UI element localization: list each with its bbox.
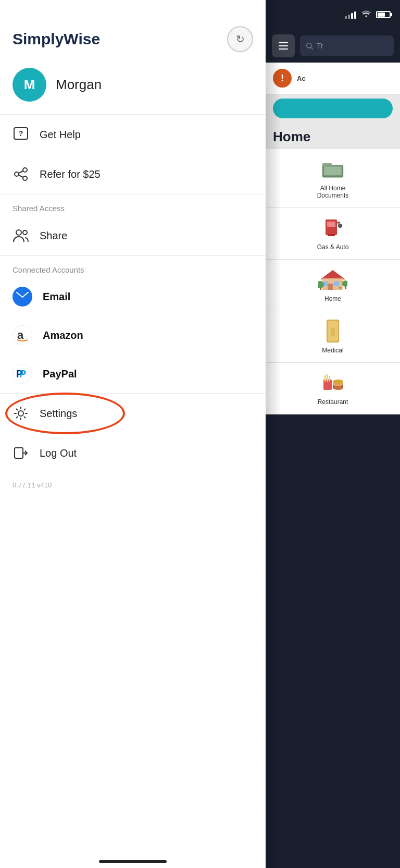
category-item-medical[interactable]: Medical [266,311,400,363]
svg-point-38 [23,176,27,180]
account-item-email[interactable]: Email [0,277,266,316]
medical-icon [321,320,344,343]
avatar: M [12,68,46,102]
svg-point-37 [15,172,19,176]
folder-icon [321,157,344,180]
svg-rect-24 [331,328,335,336]
svg-rect-5 [324,166,342,175]
gear-icon [12,405,29,422]
menu-item-settings[interactable]: Settings [0,394,266,433]
category-item-all-home[interactable]: All HomeDocuments [266,149,400,208]
email-icon [12,287,32,307]
menu-item-refer[interactable]: Refer for $25 [0,154,266,194]
help-icon: ? [12,126,29,143]
menu-item-share[interactable]: Share [0,216,266,255]
refresh-button[interactable]: ↻ [227,26,253,52]
share-label: Share [40,230,67,242]
user-row: M Morgan [0,63,266,114]
amazon-label: Amazon [43,329,83,341]
menu-item-get-help[interactable]: ? Get Help [0,115,266,154]
people-icon [12,227,29,244]
svg-point-0 [307,43,311,47]
category-item-gas[interactable]: Gas & Auto [266,208,400,260]
app-title: SimplyWise [12,30,100,48]
account-item-amazon[interactable]: a Amazon [0,316,266,354]
home-indicator [0,847,266,868]
get-help-label: Get Help [40,129,81,141]
svg-rect-15 [334,282,339,286]
alert-icon: ! [273,69,292,88]
svg-point-33 [333,386,343,390]
account-item-paypal[interactable]: P P PayPal [0,354,266,393]
refer-label: Refer for $25 [40,168,101,180]
svg-point-17 [339,287,341,289]
svg-rect-14 [328,284,333,290]
svg-text:P: P [19,368,26,380]
svg-rect-11 [328,234,335,236]
share-icon [12,166,29,182]
user-name: Morgan [56,77,102,93]
category-item-restaurant[interactable]: Restaurant [266,363,400,414]
category-label-gas: Gas & Auto [317,243,349,251]
svg-text:a: a [17,328,24,341]
refresh-icon: ↻ [236,33,245,45]
drawer-header: SimplyWise ↻ [0,0,266,63]
menu-item-logout[interactable]: Log Out [0,433,266,473]
email-label: Email [43,291,70,303]
wifi-icon [361,10,371,19]
hamburger-button[interactable] [272,34,295,57]
logout-icon [12,445,29,461]
svg-line-39 [19,171,23,173]
svg-rect-28 [329,376,330,382]
search-icon [305,42,314,50]
category-label-home: Home [324,295,341,302]
svg-point-42 [23,230,27,235]
drawer: SimplyWise ↻ M Morgan ? Get Help [0,0,266,868]
svg-line-40 [19,175,23,177]
right-toolbar: Tr [266,29,400,63]
svg-line-1 [311,47,313,49]
svg-rect-26 [324,375,326,382]
logout-label: Log Out [40,447,77,459]
version-text: 0.77.11 v410 [0,473,266,493]
svg-point-36 [23,168,27,172]
category-item-home[interactable]: Home [266,260,400,311]
alert-banner: ! Ac [266,63,400,94]
shared-access-label: Shared Access [0,194,266,216]
battery-icon [376,11,391,18]
svg-rect-7 [327,222,335,227]
search-placeholder: Tr [317,42,323,50]
svg-point-47 [18,411,23,416]
status-bar [266,0,400,29]
search-bar[interactable]: Tr [300,35,394,56]
svg-rect-48 [15,448,23,458]
right-content: ! Ac Home All HomeDocuments [266,63,400,414]
svg-point-10 [338,224,342,228]
svg-rect-16 [323,282,328,286]
restaurant-icon [321,371,344,394]
teal-action-button[interactable] [273,99,393,118]
house-icon [318,268,347,291]
paypal-icon: P P [12,364,32,384]
svg-rect-19 [320,288,321,290]
svg-marker-12 [320,270,345,279]
connected-accounts-label: Connected Accounts [0,256,266,277]
category-label-medical: Medical [322,347,343,354]
svg-point-41 [16,230,21,235]
amazon-icon: a [12,325,32,345]
home-bar [99,860,167,863]
alert-text: Ac [297,75,306,82]
category-label-restaurant: Restaurant [318,398,348,406]
settings-label: Settings [40,408,77,420]
paypal-label: PayPal [43,368,77,380]
svg-rect-27 [327,374,328,382]
signal-icon [345,10,356,19]
svg-point-31 [333,380,343,384]
category-label: All HomeDocuments [317,185,349,199]
home-section-title: Home [266,123,400,149]
right-panel: Tr ! Ac Home All HomeDocuments [266,0,400,868]
svg-rect-21 [345,287,346,289]
svg-text:?: ? [19,129,23,138]
gas-icon [321,216,344,239]
